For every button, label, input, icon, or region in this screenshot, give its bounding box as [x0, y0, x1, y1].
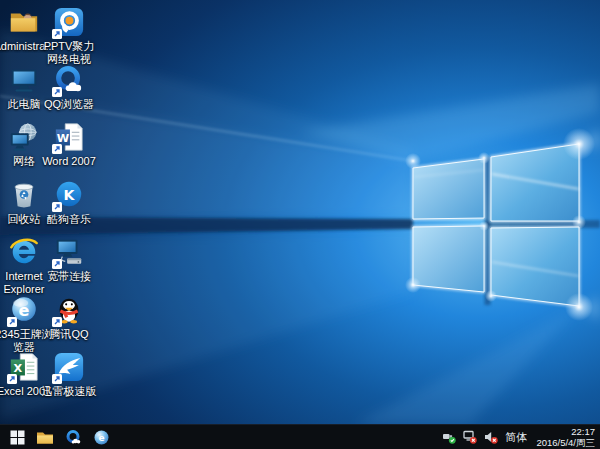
qq-browser-icon [52, 64, 86, 96]
volume-muted-icon[interactable] [484, 430, 498, 444]
ie-icon [7, 236, 41, 268]
icon-label: 宽带连接 [47, 270, 91, 283]
taskbar-file-explorer-button[interactable] [31, 425, 59, 449]
desktop-icon-kugou[interactable]: K 酷狗音乐 [37, 179, 101, 226]
recycle-bin-icon [7, 179, 41, 211]
icon-label: Word 2007 [42, 155, 96, 168]
clock-time: 22:17 [536, 426, 595, 437]
desktop-icon-word-2007[interactable]: W Word 2007 [37, 121, 101, 168]
windows-logo-icon [10, 430, 25, 445]
icon-label: 腾讯QQ [49, 328, 88, 341]
desktop-icon-pptv[interactable]: PPTV聚力 网络电视 [37, 6, 101, 66]
broadband-connection-icon [52, 236, 86, 268]
shortcut-arrow-icon [52, 144, 62, 154]
pptv-icon [52, 6, 86, 38]
shortcut-arrow-icon [52, 259, 62, 269]
start-button[interactable] [3, 425, 31, 449]
2345-browser-icon: e [7, 294, 41, 326]
svg-text:e: e [98, 433, 104, 443]
folder-icon [36, 430, 54, 445]
icon-label: 网络 [13, 155, 35, 168]
kugou-icon: K [52, 179, 86, 211]
computer-icon [7, 64, 41, 96]
shortcut-arrow-icon [7, 317, 17, 327]
desktop-icon-tencent-qq[interactable]: 腾讯QQ [37, 294, 101, 341]
excel-icon: X [7, 351, 41, 383]
2345-browser-icon: e [93, 429, 110, 446]
shortcut-arrow-icon [52, 317, 62, 327]
usb-safely-remove-icon[interactable] [442, 430, 456, 444]
icon-label: 此电脑 [8, 98, 41, 111]
svg-text:K: K [64, 187, 76, 203]
icon-label: PPTV聚力 网络电视 [37, 40, 101, 66]
taskbar-clock[interactable]: 22:17 2016/5/4/周三 [534, 426, 595, 448]
clock-date: 2016/5/4/周三 [536, 437, 595, 448]
icon-label: 酷狗音乐 [47, 213, 91, 226]
desktop-icon-broadband[interactable]: 宽带连接 [37, 236, 101, 283]
shortcut-arrow-icon [52, 87, 62, 97]
desktop: Administra... 此电脑 [0, 0, 600, 424]
desktop-icon-thunder[interactable]: 迅雷极速版 [37, 351, 101, 398]
word-document-icon: W [52, 121, 86, 153]
icon-label: 迅雷极速版 [42, 385, 97, 398]
network-globe-icon [7, 121, 41, 153]
shortcut-arrow-icon [52, 202, 62, 212]
user-folder-icon [7, 6, 41, 38]
icon-label: QQ浏览器 [44, 98, 94, 111]
qq-browser-icon [65, 429, 82, 446]
ime-indicator[interactable]: 简体 [505, 430, 527, 445]
taskbar: e 简体 [0, 424, 600, 449]
thunder-icon [52, 351, 86, 383]
network-disconnected-icon[interactable] [463, 430, 477, 444]
shortcut-arrow-icon [52, 374, 62, 384]
shortcut-arrow-icon [52, 29, 62, 39]
shortcut-arrow-icon [7, 374, 17, 384]
taskbar-qq-browser-button[interactable] [59, 425, 87, 449]
icon-label: 回收站 [8, 213, 41, 226]
system-tray: 简体 22:17 2016/5/4/周三 [442, 426, 600, 448]
desktop-icon-qq-browser[interactable]: QQ浏览器 [37, 64, 101, 111]
taskbar-2345-browser-button[interactable]: e [87, 425, 115, 449]
qq-penguin-icon [52, 294, 86, 326]
svg-text:e: e [19, 301, 30, 320]
